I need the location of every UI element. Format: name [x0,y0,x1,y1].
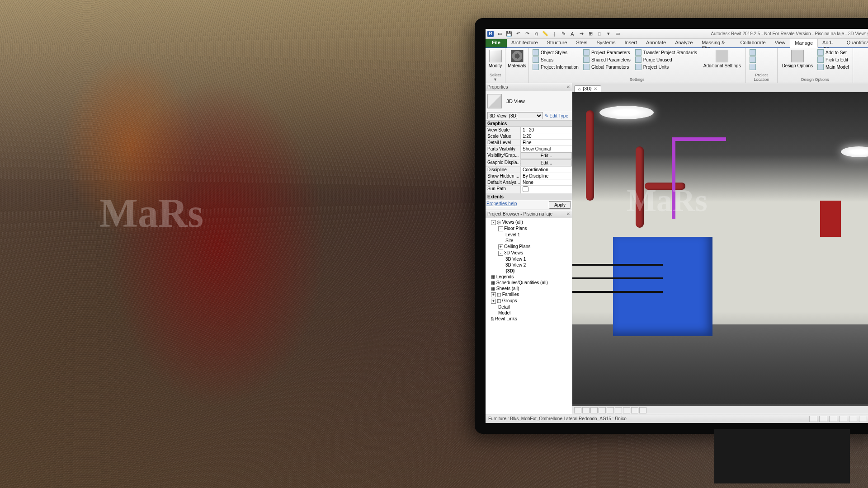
property-value[interactable]: 1 : 20 [521,127,572,133]
tree-node[interactable]: -Floor Plans [486,225,571,232]
coordinates-button[interactable] [749,56,774,63]
tab-file[interactable]: File [486,39,507,47]
property-value[interactable]: Fine [521,140,572,145]
property-value[interactable]: Edit... [521,152,572,159]
workset-button[interactable] [809,416,817,422]
property-value[interactable]: Edit... [521,160,572,166]
qat-redo-button[interactable]: ↷ [523,30,531,38]
property-value[interactable] [521,186,572,193]
3d-viewport[interactable]: MaRs [572,92,868,406]
qat-print-button[interactable]: ⎙ [532,30,540,38]
qat-section-button[interactable]: ⊞ [586,30,594,38]
view-tab-close-icon[interactable]: ✕ [594,86,597,91]
browser-close-icon[interactable]: ✕ [566,211,570,216]
tree-node[interactable]: Model [486,310,571,316]
expand-icon[interactable]: + [498,244,503,249]
tab-steel[interactable]: Steel [571,39,592,47]
editable-button[interactable] [819,416,827,422]
design-options-button[interactable]: Design Options [780,49,815,70]
expand-icon[interactable]: - [491,220,496,225]
tree-node[interactable]: Level 1 [486,232,571,238]
project-info-button[interactable]: Project Information [532,63,580,70]
tree-node[interactable]: +◫ Groups [486,298,571,304]
tab-structure[interactable]: Structure [542,39,572,47]
additional-settings-button[interactable]: Additional Settings [702,49,743,70]
shadows-button[interactable] [607,407,614,413]
view-type-selector[interactable]: 3D View [486,91,572,111]
project-units-button[interactable]: Project Units [634,63,698,70]
apply-button[interactable]: Apply [549,201,571,209]
properties-close-icon[interactable]: ✕ [566,84,570,89]
drag-button[interactable] [859,416,867,422]
tab-quantification[interactable]: Quantification [842,39,868,47]
qat-dim-button[interactable]: ✎ [559,30,567,38]
purge-unused-button[interactable]: Purge Unused [634,56,698,63]
select-pinned-button[interactable] [839,416,847,422]
instance-selector[interactable]: 3D View: {3D} [487,112,543,119]
qat-text-button[interactable]: A [568,30,576,38]
materials-button[interactable]: Materials [508,49,526,69]
qat-measure-button[interactable]: 📏 [541,30,549,38]
tab-view[interactable]: View [770,39,790,47]
property-value[interactable]: Show Original [521,146,572,152]
property-value[interactable]: By Discipline [521,173,572,179]
expand-icon[interactable]: + [491,299,496,304]
tree-node[interactable]: ▦ Schedules/Quantities (all) [486,280,571,286]
tab-systems[interactable]: Systems [592,39,620,47]
qat-open-button[interactable]: ▭ [496,30,504,38]
render-button[interactable] [615,407,622,413]
qat-undo-button[interactable]: ↶ [514,30,522,38]
pick-to-edit-button[interactable]: Pick to Edit [816,56,850,63]
tab-insert[interactable]: Insert [620,39,642,47]
scale-button[interactable] [574,407,581,413]
tree-node[interactable]: ▦ Legends [486,274,571,280]
hide-button[interactable] [631,407,638,413]
modify-button[interactable]: Modify [488,49,502,69]
tree-node[interactable]: Site [486,238,571,244]
add-to-set-button[interactable]: Add to Set [816,49,850,56]
property-value[interactable]: 1:20 [521,133,572,139]
property-value[interactable]: None [521,179,572,185]
tab-manage[interactable]: Manage [790,39,818,48]
tree-node[interactable]: {3D} [486,268,571,274]
expand-icon[interactable]: - [498,251,503,256]
transfer-standards-button[interactable]: Transfer Project Standards [634,49,698,56]
tab-annotate[interactable]: Annotate [642,39,670,47]
properties-help-link[interactable]: Properties help [486,201,517,209]
tab-addins[interactable]: Add-Ins [818,39,842,47]
global-params-button[interactable]: Global Parameters [582,63,632,70]
tab-massing[interactable]: Massing & Site [697,39,736,47]
position-button[interactable] [749,63,774,70]
property-value[interactable]: Coordination [521,167,572,173]
style-button[interactable] [590,407,598,413]
qat-3d-button[interactable]: ➔ [577,30,585,38]
tree-node[interactable]: +Ceiling Plans [486,244,571,250]
tree-node[interactable]: 3D View 2 [486,262,571,268]
select-links-button[interactable] [829,416,837,422]
select-group-label[interactable]: Select ▼ [488,72,502,82]
shared-params-button[interactable]: Shared Parameters [582,56,632,63]
crop-button[interactable] [623,407,630,413]
qat-close-button[interactable]: ▾ [604,30,613,38]
tree-node[interactable]: ▦ Sheets (all) [486,286,571,291]
select-face-button[interactable] [849,416,857,422]
view-tab-3d[interactable]: ⌂ {3D} ✕ [574,85,601,92]
location-button[interactable] [749,49,774,56]
qat-switch-button[interactable]: ▭ [613,30,622,38]
project-params-button[interactable]: Project Parameters [582,49,632,56]
qat-thin-button[interactable]: ▯ [595,30,604,38]
tree-node[interactable]: ⎘ Revit Links [486,316,571,322]
detail-button[interactable] [582,407,590,413]
property-checkbox[interactable] [523,186,528,192]
sun-button[interactable] [599,407,606,413]
edit-type-button[interactable]: ✎ Edit Type [543,113,570,118]
main-model-button[interactable]: Main Model [816,63,850,70]
tree-node[interactable]: 3D View 1 [486,256,571,262]
browser-header[interactable]: Project Browser - Piscina na laje ✕ [486,210,572,218]
tab-collaborate[interactable]: Collaborate [736,39,770,47]
project-tree[interactable]: -◎ Views (all)-Floor PlansLevel 1Site+Ce… [486,218,572,414]
tab-architecture[interactable]: Architecture [507,39,542,47]
qat-save-button[interactable]: 💾 [505,30,513,38]
qat-align-button[interactable]: ⟊ [550,30,558,38]
tab-analyze[interactable]: Analyze [670,39,697,47]
